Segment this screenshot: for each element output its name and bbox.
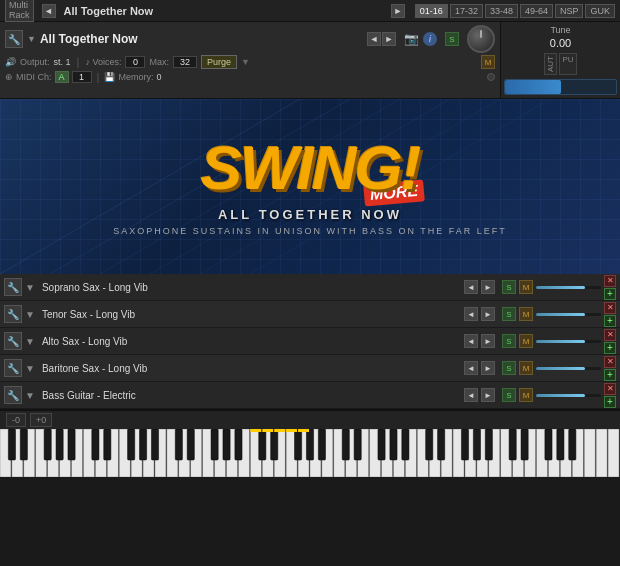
arrow-purge: ▼: [241, 57, 250, 67]
vol-slider-0[interactable]: [536, 279, 601, 295]
piano-svg[interactable]: // will be done inline: [0, 429, 620, 477]
s-btn-0[interactable]: S: [502, 280, 516, 294]
voices-input[interactable]: [125, 56, 145, 68]
instr-left-2[interactable]: ◄: [464, 334, 478, 348]
vol-slider-1[interactable]: [536, 306, 601, 322]
instr-left-3[interactable]: ◄: [464, 361, 478, 375]
wrench-btn-3[interactable]: 🔧: [4, 359, 22, 377]
tune-knob[interactable]: [467, 25, 495, 53]
keyboard-controls: -0 +0: [0, 411, 620, 429]
plus-btn-0[interactable]: +: [604, 288, 616, 300]
range-tab-guk[interactable]: GUK: [585, 4, 615, 18]
output-label: 🔊: [5, 57, 16, 67]
instr-right-1[interactable]: ►: [481, 307, 495, 321]
x-btn-4[interactable]: ✕: [604, 383, 616, 395]
midi-ch-input[interactable]: [72, 71, 92, 83]
dropdown-arrow[interactable]: ▼: [27, 34, 36, 44]
m-button[interactable]: M: [481, 55, 495, 69]
wrench-btn-2[interactable]: 🔧: [4, 332, 22, 350]
x-btn-0[interactable]: ✕: [604, 275, 616, 287]
plus-btn-2[interactable]: +: [604, 342, 616, 354]
list-item: 🔧 ▼ Tenor Sax - Long Vib ◄ ► S M ✕ +: [0, 301, 620, 328]
camera-btn[interactable]: 📷: [404, 32, 419, 46]
arrow-left-btn[interactable]: ◄: [42, 4, 56, 18]
instr-right-3[interactable]: ►: [481, 361, 495, 375]
wrench-btn-0[interactable]: 🔧: [4, 278, 22, 296]
purge-btn[interactable]: Purge: [201, 55, 237, 69]
plus-btn-4[interactable]: +: [604, 396, 616, 408]
dropdown-0[interactable]: ▼: [25, 282, 35, 293]
pitch-plus-btn[interactable]: +0: [30, 413, 52, 427]
row-controls-2: ✕ +: [604, 329, 616, 354]
x-btn-3[interactable]: ✕: [604, 356, 616, 368]
svg-rect-76: [306, 429, 313, 460]
max-input[interactable]: [173, 56, 197, 68]
svg-rect-57: [608, 429, 619, 477]
swing-container: SWING! MORE: [201, 137, 420, 199]
wrench-btn-4[interactable]: 🔧: [4, 386, 22, 404]
instr-right-4[interactable]: ►: [481, 388, 495, 402]
svg-rect-93: [250, 429, 261, 432]
info-btn[interactable]: i: [423, 32, 437, 46]
instrument-header: 🔧 ▼ All Together Now ◄ ► 📷 i S 🔊 Output:…: [0, 22, 620, 99]
instr-name-2: Alto Sax - Long Vib: [38, 336, 461, 347]
svg-rect-70: [211, 429, 218, 460]
a-badge: A: [55, 71, 69, 83]
instrument-name: All Together Now: [40, 32, 363, 46]
pitch-minus-btn[interactable]: -0: [6, 413, 26, 427]
top-header-bar: MultiRack ◄ All Together Now ► 01-16 17-…: [0, 0, 620, 22]
m-btn-2[interactable]: M: [519, 334, 533, 348]
s-btn-2[interactable]: S: [502, 334, 516, 348]
wrench-btn-1[interactable]: 🔧: [4, 305, 22, 323]
m-btn-1[interactable]: M: [519, 307, 533, 321]
tune-bar[interactable]: [504, 79, 617, 95]
range-tab-nsp[interactable]: NSP: [555, 4, 584, 18]
svg-rect-78: [342, 429, 349, 460]
vol-slider-3[interactable]: [536, 360, 601, 376]
instr-left-arrow[interactable]: ◄: [367, 32, 381, 46]
range-tab-17-32[interactable]: 17-32: [450, 4, 483, 18]
range-tab-01-16[interactable]: 01-16: [415, 4, 448, 18]
instr-right-2[interactable]: ►: [481, 334, 495, 348]
dropdown-1[interactable]: ▼: [25, 309, 35, 320]
instr-right-arrow[interactable]: ►: [382, 32, 396, 46]
m-btn-0[interactable]: M: [519, 280, 533, 294]
s-button[interactable]: S: [445, 32, 459, 46]
range-tab-33-48[interactable]: 33-48: [485, 4, 518, 18]
vol-slider-4[interactable]: [536, 387, 601, 403]
arrow-right-btn[interactable]: ►: [391, 4, 405, 18]
svg-rect-86: [473, 429, 480, 460]
plus-btn-3[interactable]: +: [604, 369, 616, 381]
tune-value: 0.00: [550, 37, 571, 49]
instr-left-0[interactable]: ◄: [464, 280, 478, 294]
plus-btn-1[interactable]: +: [604, 315, 616, 327]
list-item: 🔧 ▼ Bass Guitar - Electric ◄ ► S M ✕ +: [0, 382, 620, 409]
dropdown-2[interactable]: ▼: [25, 336, 35, 347]
m-btn-4[interactable]: M: [519, 388, 533, 402]
s-btn-4[interactable]: S: [502, 388, 516, 402]
m-btn-3[interactable]: M: [519, 361, 533, 375]
banner: SWING! MORE ALL TOGETHER NOW SAXOPHONE S…: [0, 99, 620, 274]
s-btn-3[interactable]: S: [502, 361, 516, 375]
wrench-icon[interactable]: 🔧: [5, 30, 23, 48]
dropdown-4[interactable]: ▼: [25, 390, 35, 401]
instr-left-1[interactable]: ◄: [464, 307, 478, 321]
vol-slider-2[interactable]: [536, 333, 601, 349]
x-btn-1[interactable]: ✕: [604, 302, 616, 314]
header-row1: 🔧 ▼ All Together Now ◄ ► 📷 i S: [5, 25, 495, 53]
svg-rect-80: [378, 429, 385, 460]
svg-rect-90: [545, 429, 552, 460]
tune-section: Tune 0.00 AUT PU: [500, 22, 620, 98]
knob-area[interactable]: [467, 25, 495, 53]
range-tab-49-64[interactable]: 49-64: [520, 4, 553, 18]
x-btn-2[interactable]: ✕: [604, 329, 616, 341]
dropdown-3[interactable]: ▼: [25, 363, 35, 374]
banner-subtitle: ALL TOGETHER NOW: [218, 207, 402, 222]
memory-val: 0: [156, 72, 161, 82]
svg-rect-68: [175, 429, 182, 460]
instr-left-4[interactable]: ◄: [464, 388, 478, 402]
output-text: Output:: [20, 57, 50, 67]
instr-right-0[interactable]: ►: [481, 280, 495, 294]
s-btn-1[interactable]: S: [502, 307, 516, 321]
instruments-area: 🔧 ▼ Soprano Sax - Long Vib ◄ ► S M ✕ + 🔧…: [0, 274, 620, 409]
